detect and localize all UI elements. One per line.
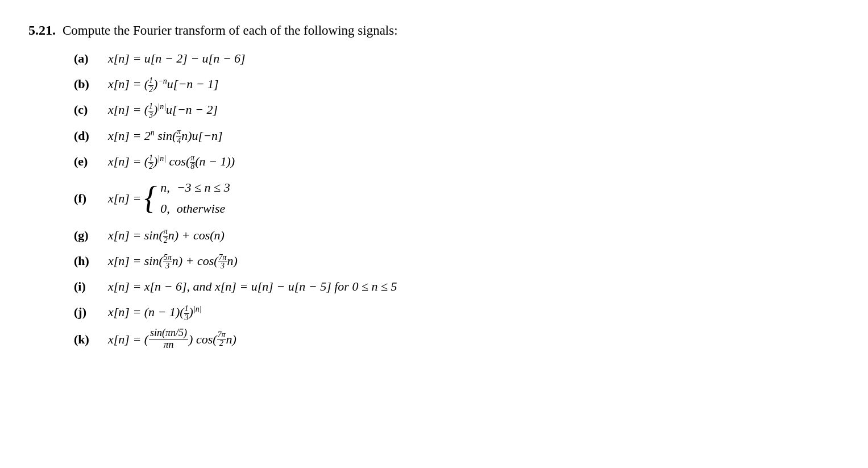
part-g-content: x[n] = sin(π2n) + cos(n) — [108, 225, 225, 245]
part-h-math: x[n] = sin(5π3n) + cos(7π3n) — [108, 251, 238, 271]
parts-container: (a) x[n] = u[n − 2] − u[n − 6] (b) x[n] … — [74, 48, 840, 351]
part-g-label: (g) — [74, 225, 108, 245]
part-i-content: x[n] = x[n − 6], and x[n] = u[n] − u[n −… — [108, 276, 397, 296]
problem-container: 5.21. Compute the Fourier transform of e… — [28, 23, 840, 351]
part-h-content: x[n] = sin(5π3n) + cos(7π3n) — [108, 251, 238, 271]
part-f-label: (f) — [74, 188, 108, 208]
part-h-row: (h) x[n] = sin(5π3n) + cos(7π3n) — [74, 251, 840, 271]
part-c-label: (c) — [74, 100, 108, 119]
part-h-label: (h) — [74, 251, 108, 271]
piecewise-case-1: n, −3 ≤ n ≤ 3 — [160, 177, 230, 198]
problem-number: 5.21. — [28, 23, 56, 38]
part-k-row: (k) x[n] = ( sin(πn/5) πn ) cos(7π2n) — [74, 328, 840, 351]
part-e-row: (e) x[n] = (12)|n| cos(π8(n − 1)) — [74, 151, 840, 171]
part-d-label: (d) — [74, 126, 108, 146]
piecewise-brace: { — [144, 185, 157, 212]
part-a-content: x[n] = u[n − 2] − u[n − 6] — [108, 48, 246, 68]
part-c-content: x[n] = (13)|n|u[−n − 2] — [108, 100, 218, 119]
part-d-math: x[n] = 2n sin(π4n)u[−n] — [108, 126, 223, 146]
case-2-condition: otherwise — [177, 198, 226, 219]
part-d-content: x[n] = 2n sin(π4n)u[−n] — [108, 126, 223, 146]
part-a-math: x[n] = u[n − 2] − u[n − 6] — [108, 48, 246, 68]
part-b-row: (b) x[n] = (12)−nu[−n − 1] — [74, 74, 840, 94]
part-f-content: x[n] = { n, −3 ≤ n ≤ 3 0, otherwise — [108, 177, 230, 219]
part-k-content: x[n] = ( sin(πn/5) πn ) cos(7π2n) — [108, 328, 236, 351]
problem-header: 5.21. Compute the Fourier transform of e… — [28, 23, 840, 38]
part-j-row: (j) x[n] = (n − 1)(13)|n| — [74, 302, 840, 322]
part-a-row: (a) x[n] = u[n − 2] − u[n − 6] — [74, 48, 840, 68]
piecewise-case-2: 0, otherwise — [160, 198, 230, 219]
part-j-math: x[n] = (n − 1)(13)|n| — [108, 302, 202, 322]
part-c-math: x[n] = (13)|n|u[−n − 2] — [108, 100, 218, 119]
case-1-condition: −3 ≤ n ≤ 3 — [177, 177, 230, 198]
part-b-label: (b) — [74, 74, 108, 94]
case-1-value: n, — [160, 177, 170, 198]
problem-instruction: Compute the Fourier transform of each of… — [63, 23, 398, 38]
part-f-math: x[n] = { n, −3 ≤ n ≤ 3 0, otherwise — [108, 177, 230, 219]
part-i-label: (i) — [74, 276, 108, 296]
part-e-math: x[n] = (12)|n| cos(π8(n − 1)) — [108, 151, 235, 171]
part-e-label: (e) — [74, 151, 108, 171]
part-k-label: (k) — [74, 329, 108, 349]
part-f-row: (f) x[n] = { n, −3 ≤ n ≤ 3 0, otherwise — [74, 177, 840, 219]
part-k-math: x[n] = ( sin(πn/5) πn ) cos(7π2n) — [108, 328, 236, 351]
part-g-row: (g) x[n] = sin(π2n) + cos(n) — [74, 225, 840, 245]
case-2-value: 0, — [160, 198, 170, 219]
part-c-row: (c) x[n] = (13)|n|u[−n − 2] — [74, 100, 840, 119]
part-a-label: (a) — [74, 48, 108, 68]
part-g-math: x[n] = sin(π2n) + cos(n) — [108, 225, 225, 245]
part-b-math: x[n] = (12)−nu[−n − 1] — [108, 74, 219, 94]
part-j-content: x[n] = (n − 1)(13)|n| — [108, 302, 202, 322]
part-b-content: x[n] = (12)−nu[−n − 1] — [108, 74, 219, 94]
part-d-row: (d) x[n] = 2n sin(π4n)u[−n] — [74, 126, 840, 146]
part-e-content: x[n] = (12)|n| cos(π8(n − 1)) — [108, 151, 235, 171]
part-i-math: x[n] = x[n − 6], and x[n] = u[n] − u[n −… — [108, 276, 397, 296]
piecewise-cases: n, −3 ≤ n ≤ 3 0, otherwise — [160, 177, 230, 219]
part-j-label: (j) — [74, 302, 108, 322]
part-i-row: (i) x[n] = x[n − 6], and x[n] = u[n] − u… — [74, 276, 840, 296]
